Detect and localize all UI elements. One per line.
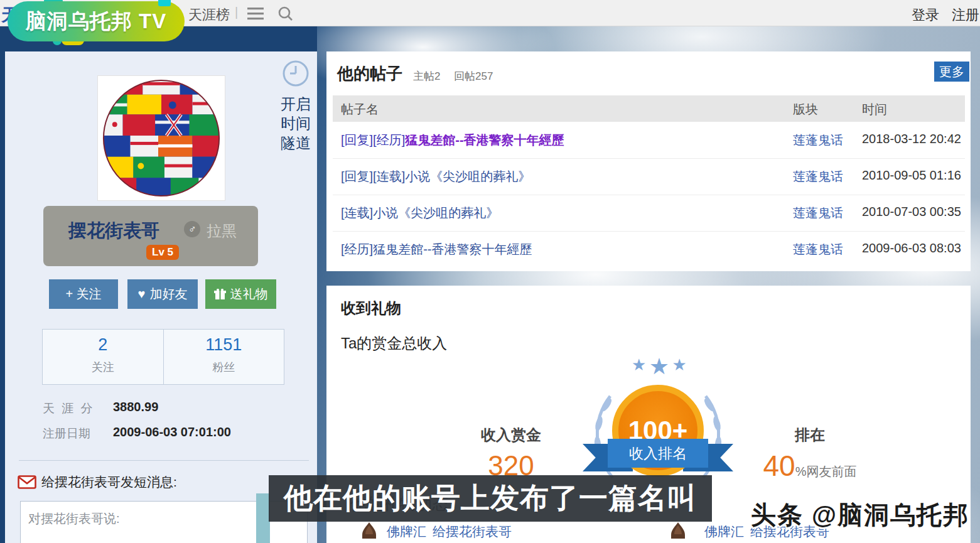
envelope-icon: [18, 475, 36, 489]
block-user-button[interactable]: 拉黑: [207, 221, 237, 241]
amulet-icon: [359, 522, 379, 539]
followers-count: 1151: [164, 335, 284, 355]
flag-globe-image: [98, 76, 225, 200]
table-row: [经历]猛鬼差館--香港警察十年經歷 莲蓬鬼话 2009-06-03 08:03: [333, 231, 965, 267]
search-icon[interactable]: [277, 6, 294, 24]
column-header-board: 版块: [793, 101, 818, 118]
send-message-heading: 给摆花街表哥发短消息:: [18, 473, 177, 491]
nav-separator: |: [235, 5, 238, 19]
subtitle-text: 他在他的账号上发布了一篇名叫: [284, 479, 697, 518]
board-link[interactable]: 莲蓬鬼话: [793, 241, 843, 258]
follow-button[interactable]: + 关注: [49, 279, 118, 309]
main-posts-count: 主帖2: [413, 69, 440, 83]
gift-feed-item[interactable]: 佛牌汇给摆花街表哥: [387, 523, 512, 540]
rank-ribbon-label: 收入排名: [629, 444, 687, 463]
post-time: 2010-09-05 01:16: [862, 168, 961, 183]
registration-date-value: 2009-06-03 07:01:00: [113, 425, 231, 439]
gifts-panel-title: 收到礼物: [341, 298, 401, 318]
logo-accent-shape: [158, 0, 171, 6]
post-title-link[interactable]: [经历]猛鬼差館--香港警察十年經歷: [341, 241, 532, 258]
channel-logo-badge: 脑洞乌托邦 TV: [8, 1, 185, 41]
menu-icon[interactable]: [247, 8, 265, 23]
channel-logo-text: 脑洞乌托邦 TV: [26, 8, 166, 36]
add-friend-button[interactable]: ♥ 加好友: [127, 279, 198, 309]
income-stat: 收入赏金 320: [448, 425, 574, 481]
bounty-income-subtitle: Ta的赏金总收入: [341, 333, 447, 353]
tianya-score-label: 天 涯 分: [43, 401, 95, 417]
board-link[interactable]: 莲蓬鬼话: [793, 132, 843, 149]
male-icon: ♂: [184, 221, 200, 237]
register-link[interactable]: 注册: [952, 6, 979, 24]
divider: [19, 460, 309, 461]
post-title-link[interactable]: [回复][经历]猛鬼差館--香港警察十年經歷: [341, 132, 564, 149]
time-tunnel-label: 隧道: [276, 133, 315, 153]
board-link[interactable]: 莲蓬鬼话: [793, 205, 843, 222]
login-link[interactable]: 登录: [912, 6, 939, 24]
post-title-link[interactable]: [连载]小说《尖沙咀的葬礼》: [341, 205, 498, 222]
column-header-name: 帖子名: [341, 101, 379, 118]
follow-stats-box: 2 关注 1151 粉丝: [42, 329, 284, 385]
time-tunnel-label: 时间: [276, 114, 315, 133]
time-tunnel-label: 开启: [276, 94, 315, 114]
send-gift-button[interactable]: 送礼物: [205, 279, 276, 309]
table-row: [回复][经历]猛鬼差館--香港警察十年經歷 莲蓬鬼话 2018-03-12 2…: [333, 122, 965, 158]
channel-watermark: 头条 @脑洞乌托邦: [751, 498, 969, 532]
post-time: 2018-03-12 20:42: [862, 132, 961, 146]
following-stat[interactable]: 2 关注: [43, 330, 163, 384]
time-tunnel-widget[interactable]: 开启 时间 隧道: [276, 59, 315, 153]
heart-icon: ♥: [138, 287, 146, 301]
rank-value: 40: [763, 449, 795, 482]
column-header-time: 时间: [862, 101, 887, 118]
following-label: 关注: [43, 360, 163, 375]
following-count: 2: [43, 335, 163, 355]
registration-date-label: 注册日期: [43, 426, 90, 442]
post-time: 2010-07-03 00:35: [862, 205, 961, 219]
post-time: 2009-06-03 08:03: [862, 241, 961, 255]
level-badge: Lv 5: [146, 245, 179, 260]
rank-stat: 排在 40%网友前面: [741, 425, 879, 483]
rank-label: 排在: [741, 425, 879, 445]
posts-panel: 他的帖子 主帖2 回帖257 更多 帖子名 版块 时间 [回复][经历]猛鬼差館…: [326, 51, 971, 271]
rank-ribbon: 收入排名: [608, 439, 708, 468]
username-bar: 摆花街表哥 ♂ 拉黑 Lv 5: [43, 206, 258, 266]
amulet-icon: [668, 522, 688, 539]
rank-suffix: %网友前面: [795, 465, 857, 478]
reply-posts-count: 回帖257: [454, 69, 493, 83]
video-frame-strip: [256, 493, 270, 543]
board-link[interactable]: 莲蓬鬼话: [793, 168, 843, 185]
clock-icon: [281, 59, 310, 88]
post-title-link[interactable]: [回复][连载]小说《尖沙咀的葬礼》: [341, 168, 530, 185]
followers-stat[interactable]: 1151 粉丝: [163, 330, 284, 384]
avatar[interactable]: [97, 75, 225, 201]
username: 摆花街表哥: [68, 218, 159, 244]
table-row: [连载]小说《尖沙咀的葬礼》 莲蓬鬼话 2010-07-03 00:35: [333, 195, 965, 231]
nav-tianya-rank[interactable]: 天涯榜: [188, 6, 230, 24]
posts-table-header: 帖子名 版块 时间: [333, 95, 965, 122]
tianya-score-value: 3880.99: [113, 400, 158, 414]
income-label: 收入赏金: [448, 425, 574, 445]
followers-label: 粉丝: [164, 360, 284, 375]
profile-sidebar: 开启 时间 隧道 摆花街表哥 ♂ 拉黑 Lv 5: [5, 51, 317, 543]
posts-panel-title: 他的帖子: [337, 63, 402, 85]
more-posts-button[interactable]: 更多: [934, 62, 969, 82]
table-row: [回复][连载]小说《尖沙咀的葬礼》 莲蓬鬼话 2010-09-05 01:16: [333, 158, 965, 195]
video-subtitle-overlay: 他在他的账号上发布了一篇名叫: [269, 475, 712, 522]
gift-icon: [214, 289, 226, 300]
